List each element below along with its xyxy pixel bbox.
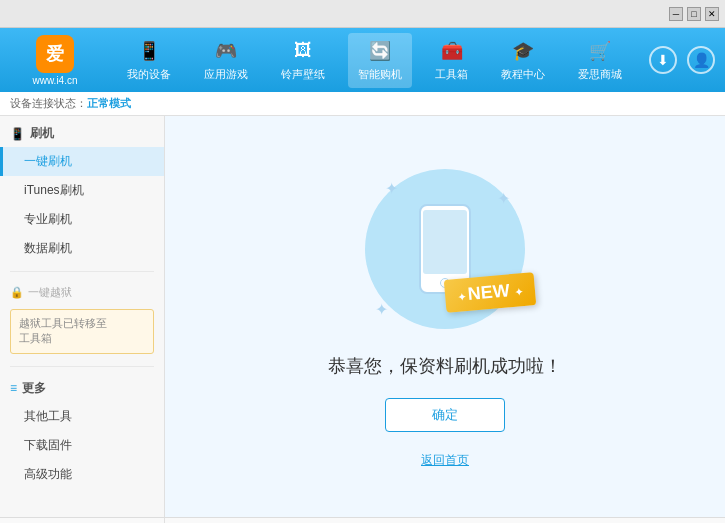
apps-games-icon: 🎮 [214, 39, 238, 63]
jailbreak-section-label: 一键越狱 [28, 285, 72, 300]
top-nav: 爱 www.i4.cn 📱 我的设备 🎮 应用游戏 🖼 铃声壁纸 🔄 智能购机 … [0, 28, 725, 92]
other-tools-label: 其他工具 [24, 409, 72, 423]
confirm-button[interactable]: 确定 [385, 398, 505, 432]
wallpaper-label: 铃声壁纸 [281, 67, 325, 82]
sidebar-item-other-tools[interactable]: 其他工具 [0, 402, 164, 431]
nav-item-shop[interactable]: 🛒 爱思商城 [568, 33, 632, 88]
jailbreak-note-text: 越狱工具已转移至工具箱 [19, 317, 107, 344]
flash-section-icon: 📱 [10, 127, 25, 141]
wallpaper-icon: 🖼 [291, 39, 315, 63]
download-firmware-label: 下载固件 [24, 438, 72, 452]
my-device-label: 我的设备 [127, 67, 171, 82]
sparkle-1: ✦ [385, 179, 398, 198]
itunes-flash-label: iTunes刷机 [24, 183, 84, 197]
title-bar: ─ □ ✕ [0, 0, 725, 28]
sidebar: 📱 刷机 一键刷机 iTunes刷机 专业刷机 数据刷机 🔒 一键越狱 [0, 116, 165, 517]
new-badge: NEW [444, 272, 536, 313]
jailbreak-note: 越狱工具已转移至工具箱 [10, 309, 154, 354]
phone-illustration: ✦ ✦ ✦ NEW [355, 164, 535, 334]
maximize-button[interactable]: □ [687, 7, 701, 21]
lock-icon: 🔒 [10, 286, 24, 299]
minimize-button[interactable]: ─ [669, 7, 683, 21]
nav-right-buttons: ⬇ 👤 [649, 46, 715, 74]
smart-shop-label: 智能购机 [358, 67, 402, 82]
bottom-left-panel: 自动截送 跳过向导 📱 iPhone 12 mini 64GB Down-12m… [0, 518, 165, 523]
status-value: 正常模式 [87, 96, 131, 111]
status-label: 设备连接状态： [10, 96, 87, 111]
back-home-link[interactable]: 返回首页 [421, 452, 469, 469]
sidebar-section-jailbreak: 🔒 一键越狱 越狱工具已转移至工具箱 [0, 276, 164, 362]
user-button[interactable]: 👤 [687, 46, 715, 74]
toolbox-label: 工具箱 [435, 67, 468, 82]
logo-icon: 爱 [36, 35, 74, 73]
pro-flash-label: 专业刷机 [24, 212, 72, 226]
nav-item-tutorial[interactable]: 🎓 教程中心 [491, 33, 555, 88]
close-button[interactable]: ✕ [705, 7, 719, 21]
sparkle-2: ✦ [497, 189, 510, 208]
phone-circle: ✦ ✦ ✦ NEW [365, 169, 525, 329]
nav-items: 📱 我的设备 🎮 应用游戏 🖼 铃声壁纸 🔄 智能购机 🧰 工具箱 🎓 教程中心… [110, 33, 639, 88]
sidebar-section-header-more[interactable]: ≡ 更多 [0, 375, 164, 402]
logo: 爱 www.i4.cn [10, 35, 100, 86]
bottom-right-panel: V7.98.66 客服 微信公众号 检查更新 [165, 518, 725, 523]
sidebar-item-pro-flash[interactable]: 专业刷机 [0, 205, 164, 234]
data-flash-label: 数据刷机 [24, 241, 72, 255]
sidebar-item-data-flash[interactable]: 数据刷机 [0, 234, 164, 263]
nav-item-wallpaper[interactable]: 🖼 铃声壁纸 [271, 33, 335, 88]
sparkle-3: ✦ [375, 300, 388, 319]
toolbox-icon: 🧰 [440, 39, 464, 63]
nav-item-smart-shop[interactable]: 🔄 智能购机 [348, 33, 412, 88]
nav-item-my-device[interactable]: 📱 我的设备 [117, 33, 181, 88]
content-area: ✦ ✦ ✦ NEW 恭喜您，保资料刷机成功啦！ 确定 返回首页 [165, 116, 725, 517]
device-status-bar: 设备连接状态： 正常模式 [0, 92, 725, 116]
window-controls[interactable]: ─ □ ✕ [669, 7, 719, 21]
advanced-label: 高级功能 [24, 467, 72, 481]
phone-screen [423, 210, 467, 274]
divider-1 [10, 271, 154, 272]
shop-icon: 🛒 [588, 39, 612, 63]
sidebar-section-header-flash[interactable]: 📱 刷机 [0, 120, 164, 147]
flash-section-label: 刷机 [30, 125, 54, 142]
sidebar-locked-jailbreak: 🔒 一键越狱 [0, 280, 164, 305]
sidebar-item-advanced[interactable]: 高级功能 [0, 460, 164, 489]
nav-item-toolbox[interactable]: 🧰 工具箱 [425, 33, 478, 88]
sidebar-section-flash: 📱 刷机 一键刷机 iTunes刷机 专业刷机 数据刷机 [0, 116, 164, 267]
sidebar-item-one-key-flash[interactable]: 一键刷机 [0, 147, 164, 176]
bottom-section: 自动截送 跳过向导 📱 iPhone 12 mini 64GB Down-12m… [0, 517, 725, 523]
one-key-flash-label: 一键刷机 [24, 154, 72, 168]
sidebar-item-download-firmware[interactable]: 下载固件 [0, 431, 164, 460]
nav-item-apps-games[interactable]: 🎮 应用游戏 [194, 33, 258, 88]
more-section-icon: ≡ [10, 381, 17, 395]
main-layout: 📱 刷机 一键刷机 iTunes刷机 专业刷机 数据刷机 🔒 一键越狱 [0, 116, 725, 517]
apps-games-label: 应用游戏 [204, 67, 248, 82]
shop-label: 爱思商城 [578, 67, 622, 82]
more-section-label: 更多 [22, 380, 46, 397]
my-device-icon: 📱 [137, 39, 161, 63]
success-text: 恭喜您，保资料刷机成功啦！ [328, 354, 562, 378]
bottom-row: 自动截送 跳过向导 📱 iPhone 12 mini 64GB Down-12m… [0, 518, 725, 523]
download-button[interactable]: ⬇ [649, 46, 677, 74]
tutorial-icon: 🎓 [511, 39, 535, 63]
tutorial-label: 教程中心 [501, 67, 545, 82]
logo-subtitle: www.i4.cn [32, 75, 77, 86]
sidebar-section-more: ≡ 更多 其他工具 下载固件 高级功能 [0, 371, 164, 493]
divider-2 [10, 366, 154, 367]
sidebar-item-itunes-flash[interactable]: iTunes刷机 [0, 176, 164, 205]
smart-shop-icon: 🔄 [368, 39, 392, 63]
